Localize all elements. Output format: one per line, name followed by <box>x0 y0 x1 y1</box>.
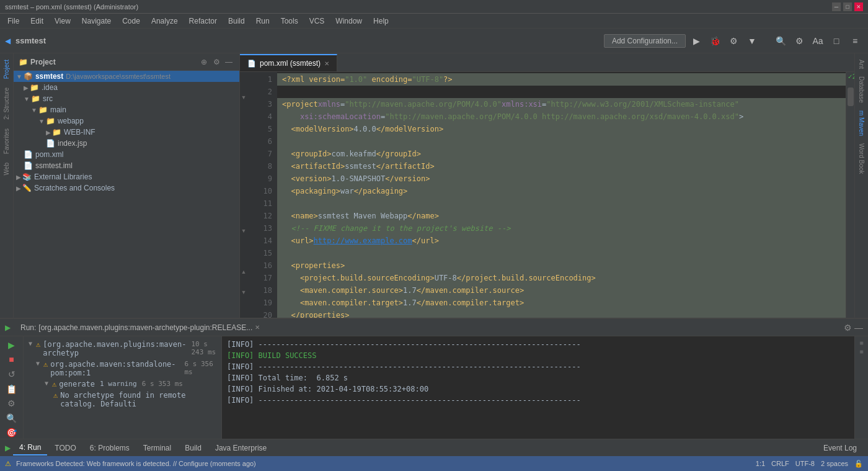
sidebar-item-web[interactable]: Web <box>2 159 11 179</box>
toolbar-settings-button[interactable]: ⚙ <box>791 33 807 49</box>
menu-edit[interactable]: Edit <box>25 16 48 27</box>
run-play-button[interactable]: ▶ <box>5 339 19 351</box>
status-position[interactable]: 1:1 <box>756 460 765 467</box>
code-line-11 <box>277 197 846 210</box>
run-tree-time-1: 6 s 356 ms <box>184 360 216 376</box>
run-tree-item-0[interactable]: ▼ ⚠ [org.apache.maven.plugins:maven-arch… <box>24 339 221 359</box>
bottom-tab2-eventlog[interactable]: Event Log <box>817 441 863 455</box>
bottom-tab2-build[interactable]: Build <box>179 441 208 455</box>
toolbar-runconfig-button[interactable]: ▼ <box>744 33 760 49</box>
sidebar-item-structure[interactable]: 2: Structure <box>2 84 11 123</box>
toolbar-camelcase-button[interactable]: Aa <box>810 33 826 49</box>
bottom-tab2-problems[interactable]: 6: Problems <box>84 441 136 455</box>
bottom-tab2-java-enterprise[interactable]: Java Enterprise <box>209 441 273 455</box>
code-line-5: <modelVersion>4.0.0</modelVersion> <box>277 123 846 135</box>
toolbar-menu-button[interactable]: ≡ <box>847 33 863 49</box>
run-scroll-button[interactable]: 📋 <box>5 383 19 395</box>
run-tree-item-3[interactable]: ⚠ No archetype found in remote catalog. … <box>24 390 221 410</box>
bottom-tab2-run[interactable]: 4: Run <box>13 441 47 455</box>
maximize-button[interactable]: □ <box>843 2 852 11</box>
sidebar-item-wordbook[interactable]: Word Book <box>857 140 866 177</box>
sidebar-item-favorites[interactable]: Favorites <box>2 125 11 158</box>
warning-icon-2: ⚠ <box>52 380 56 388</box>
run-right-icons: ≡ ≡ <box>854 336 868 439</box>
run-right-label1[interactable]: ≡ <box>857 339 866 348</box>
toolbar-run-button[interactable]: ▶ <box>688 33 704 49</box>
fold-icon-16[interactable]: ▼ <box>240 226 247 236</box>
toolbar-search-button[interactable]: 🔍 <box>773 33 789 49</box>
menu-build[interactable]: Build <box>223 16 250 27</box>
main-area: Project 2: Structure Favorites Web 📁 Pro… <box>0 53 868 318</box>
minimize-button[interactable]: ─ <box>832 2 841 11</box>
toolbar-maximize-button[interactable]: □ <box>828 33 844 49</box>
menu-tools[interactable]: Tools <box>276 16 303 27</box>
tree-item-indexjsp[interactable]: 📄 index.jsp <box>14 138 239 149</box>
tree-item-scratches[interactable]: ▶ ✏️ Scratches and Consoles <box>14 182 239 194</box>
run-output-line-1: [INFO] BUILD SUCCESS <box>227 350 849 361</box>
run-rerun-button[interactable]: ↺ <box>5 368 19 380</box>
tree-item-main[interactable]: ▼ 📁 main <box>14 104 239 115</box>
tree-item-ssmtest[interactable]: ▼ 📦 ssmtest D:\javaworkspace\ssmtest\ssm… <box>14 71 239 82</box>
bottom-settings-icon[interactable]: ⚙ <box>844 323 852 333</box>
tree-item-idea[interactable]: ▶ 📁 .idea <box>14 82 239 93</box>
panel-settings-icon[interactable]: ⚙ <box>211 56 222 68</box>
fold-icon-20-close[interactable]: ▲ <box>240 267 247 277</box>
folder-icon-main: 📁 <box>38 105 48 114</box>
code-editor[interactable]: <?xml version="1.0" encoding="UTF-8"?> <… <box>277 72 846 318</box>
sidebar-item-ant[interactable]: Ant <box>857 56 866 73</box>
panel-add-icon[interactable]: ⊕ <box>198 56 210 68</box>
menu-help[interactable]: Help <box>368 16 394 27</box>
code-line-19: <maven.compiler.target>1.7</maven.compil… <box>277 297 846 309</box>
bottom-minimize-icon[interactable]: — <box>854 323 863 333</box>
run-sidebar: ▶ ■ ↺ 📋 ⚙ 🔍 🎯 <box>0 336 24 439</box>
tree-item-webapp[interactable]: ▼ 📁 webapp <box>14 115 239 127</box>
run-output-line-3: [INFO] Total time: 6.852 s <box>227 372 849 384</box>
tab-pomxml[interactable]: 📄 pom.xml (ssmtest) ✕ <box>240 54 337 71</box>
run-output: [INFO] ---------------------------------… <box>222 336 854 439</box>
tree-item-src[interactable]: ▼ 📁 src <box>14 93 239 104</box>
toolbar-debug-button[interactable]: 🐞 <box>707 33 723 49</box>
sidebar-item-project[interactable]: Project <box>2 56 11 83</box>
status-encoding[interactable]: UTF-8 <box>795 460 815 467</box>
run-locate-button[interactable]: 🎯 <box>5 426 19 439</box>
bottom-tab2-terminal[interactable]: Terminal <box>137 441 177 455</box>
menu-vcs[interactable]: VCS <box>304 16 330 27</box>
run-settings-button[interactable]: ⚙ <box>5 397 19 410</box>
bottom-tab-run[interactable]: Run: [org.apache.maven.plugins:maven-arc… <box>14 321 266 334</box>
close-button[interactable]: ✕ <box>854 2 863 11</box>
scroll-thumb[interactable] <box>848 87 854 106</box>
run-stop-button[interactable]: ■ <box>5 354 19 366</box>
menu-file[interactable]: File <box>2 16 24 27</box>
status-message[interactable]: Frameworks Detected: Web framework is de… <box>16 460 256 467</box>
menu-view[interactable]: View <box>50 16 76 27</box>
menu-refactor[interactable]: Refactor <box>184 16 222 27</box>
bottom-tab2-todo[interactable]: TODO <box>48 441 82 455</box>
run-right-label2[interactable]: ≡ <box>857 348 866 356</box>
menu-run[interactable]: Run <box>251 16 275 27</box>
sidebar-item-maven[interactable]: m Maven <box>857 107 866 140</box>
add-configuration-button[interactable]: Add Configuration... <box>604 34 686 48</box>
tree-item-pomxml[interactable]: 📄 pom.xml <box>14 149 239 160</box>
menu-navigate[interactable]: Navigate <box>77 16 116 27</box>
menu-code[interactable]: Code <box>117 16 145 27</box>
sidebar-item-database[interactable]: Database <box>857 73 866 107</box>
menu-analyze[interactable]: Analyze <box>146 16 183 27</box>
run-tree-item-2[interactable]: ▼ ⚠ generate 1 warning 6 s 353 ms <box>24 379 221 390</box>
toolbar-profile-button[interactable]: ⚙ <box>725 33 742 49</box>
fold-icon-22[interactable]: ▼ <box>240 287 247 298</box>
menu-window[interactable]: Window <box>330 16 367 27</box>
tree-item-ssmtestiml[interactable]: 📄 ssmtest.iml <box>14 160 239 171</box>
fold-icon-3[interactable]: ▼ <box>240 92 247 103</box>
tab-close-pomxml[interactable]: ✕ <box>324 60 329 67</box>
status-indent[interactable]: 2 spaces <box>821 460 848 467</box>
check-count: ✓2 <box>846 72 854 81</box>
run-filter-button[interactable]: 🔍 <box>5 412 19 424</box>
run-tab-close[interactable]: ✕ <box>255 324 260 331</box>
panel-collapse-icon[interactable]: — <box>223 56 234 68</box>
run-tree-item-1[interactable]: ▼ ⚠ org.apache.maven:standalone-pom:pom:… <box>24 359 221 379</box>
status-line-ending[interactable]: CRLF <box>771 460 789 467</box>
editor-scrollbar[interactable]: ✓2 <box>846 72 854 318</box>
tree-item-webinf[interactable]: ▶ 📁 WEB-INF <box>14 127 239 138</box>
editor-content: ▼ ▼ ▲ ▼ <box>240 72 854 318</box>
tree-item-extlib[interactable]: ▶ 📚 External Libraries <box>14 171 239 182</box>
